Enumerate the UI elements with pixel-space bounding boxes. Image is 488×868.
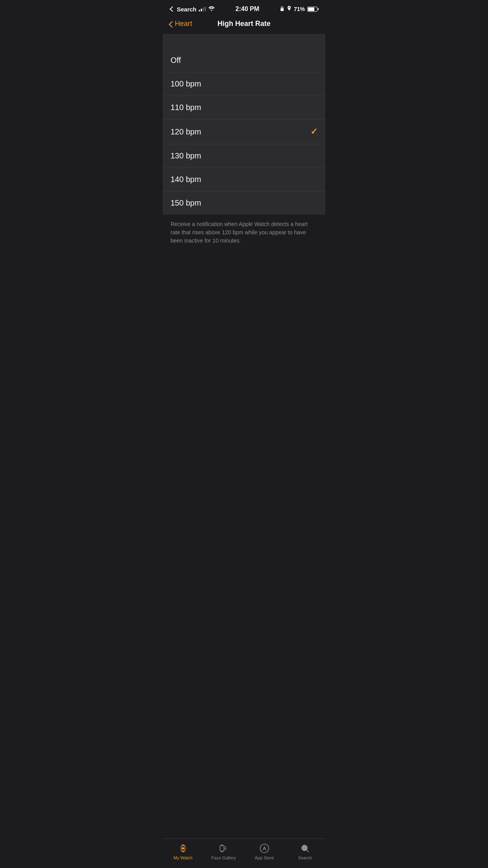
list-item-label-140bpm: 140 bpm bbox=[171, 175, 201, 184]
carrier-label: Search bbox=[177, 6, 196, 13]
status-back-icon bbox=[170, 6, 175, 12]
section-spacer bbox=[163, 35, 325, 49]
status-time: 2:40 PM bbox=[235, 6, 259, 13]
wifi-icon bbox=[208, 6, 215, 12]
status-left: Search bbox=[171, 6, 215, 13]
bpm-list: Off100 bpm110 bpm120 bpm✓130 bpm140 bpm1… bbox=[163, 49, 325, 215]
svg-rect-0 bbox=[281, 8, 284, 11]
back-label: Heart bbox=[175, 20, 192, 28]
back-button[interactable]: Heart bbox=[169, 20, 192, 28]
list-item-label-120bpm: 120 bpm bbox=[171, 127, 201, 136]
signal-bar-1 bbox=[199, 10, 200, 11]
list-item-140bpm[interactable]: 140 bpm bbox=[163, 168, 325, 191]
check-icon-120bpm: ✓ bbox=[310, 127, 317, 137]
signal-bar-2 bbox=[201, 9, 202, 11]
list-item-100bpm[interactable]: 100 bpm bbox=[163, 72, 325, 96]
nav-header: Heart High Heart Rate bbox=[163, 16, 325, 35]
list-item-label-150bpm: 150 bpm bbox=[171, 199, 201, 208]
signal-bar-4 bbox=[205, 7, 206, 11]
main-content bbox=[163, 250, 325, 368]
battery-percentage: 71% bbox=[294, 6, 305, 12]
page-title: High Heart Rate bbox=[217, 20, 270, 28]
list-item-150bpm[interactable]: 150 bpm bbox=[163, 191, 325, 215]
battery-icon bbox=[307, 7, 317, 12]
list-item-110bpm[interactable]: 110 bpm bbox=[163, 96, 325, 120]
lock-icon bbox=[280, 6, 284, 13]
list-item-label-130bpm: 130 bpm bbox=[171, 151, 201, 160]
status-right: 71% bbox=[280, 6, 317, 13]
list-item-label-110bpm: 110 bpm bbox=[171, 103, 201, 112]
back-chevron-icon bbox=[169, 21, 173, 27]
signal-bars bbox=[199, 7, 206, 11]
list-item-120bpm[interactable]: 120 bpm✓ bbox=[163, 120, 325, 144]
status-bar: Search 2:40 PM 71% bbox=[163, 0, 325, 16]
battery-icon-container bbox=[307, 7, 317, 12]
list-item-label-100bpm: 100 bpm bbox=[171, 79, 201, 88]
list-item-label-off: Off bbox=[171, 56, 181, 65]
list-item-off[interactable]: Off bbox=[163, 49, 325, 72]
list-item-130bpm[interactable]: 130 bpm bbox=[163, 144, 325, 168]
info-text: Receive a notification when Apple Watch … bbox=[163, 215, 325, 250]
battery-fill bbox=[308, 7, 314, 11]
location-icon bbox=[287, 6, 292, 13]
signal-bar-3 bbox=[203, 7, 204, 11]
